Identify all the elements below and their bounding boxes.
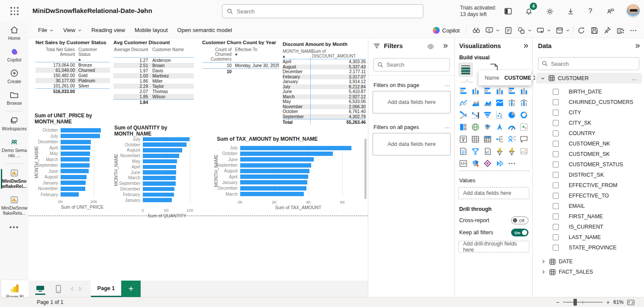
- field-row-birth_date[interactable]: BIRTH_DATE: [536, 87, 642, 97]
- slicer-icon[interactable]: [457, 133, 469, 145]
- more-visuals-icon[interactable]: [506, 158, 517, 169]
- pie-chart-icon[interactable]: [506, 109, 517, 120]
- bar[interactable]: [143, 187, 174, 191]
- field-row-last_name[interactable]: LAST_NAME: [536, 232, 642, 242]
- field-checkbox[interactable]: [553, 234, 559, 240]
- field-row-customer_nk[interactable]: CUSTOMER_NK: [536, 139, 642, 149]
- table-row[interactable]: August5,337.43: [283, 65, 366, 70]
- menu-item-file[interactable]: File: [38, 27, 54, 33]
- field-row-customer_sk[interactable]: CUSTOMER_SK: [536, 149, 642, 159]
- funnel-chart-icon[interactable]: [482, 109, 493, 120]
- key-influencers-icon[interactable]: [506, 133, 517, 145]
- app-launcher-icon[interactable]: [10, 7, 19, 16]
- bar[interactable]: [61, 140, 91, 144]
- field-row-email[interactable]: EMAIL: [536, 201, 642, 211]
- table-icon[interactable]: [470, 133, 481, 145]
- chevron-down-icon[interactable]: [547, 28, 551, 32]
- sidebar-item-workspaces[interactable]: Workspaces: [0, 113, 29, 135]
- field-row-is_current[interactable]: IS_CURRENT: [536, 222, 642, 232]
- bar[interactable]: [240, 169, 309, 173]
- shapes-icon[interactable]: [515, 24, 528, 36]
- column-header[interactable]: Sum of DISCOUNT_AMOUNT: [309, 49, 366, 58]
- table-row[interactable]: December2,177.11: [283, 69, 366, 74]
- field-row-district_sk[interactable]: DISTRICT_SK: [536, 170, 642, 180]
- field-row-effective_to[interactable]: EFFECTIVE_TO: [536, 191, 642, 201]
- power-automate-visual-icon[interactable]: [506, 145, 517, 157]
- menu-item-reading-view[interactable]: Reading view: [91, 27, 125, 33]
- menu-item-mobile-layout[interactable]: Mobile layout: [135, 27, 168, 33]
- field-checkbox[interactable]: [553, 193, 559, 199]
- table-row[interactable]: 10Monday, June 30, 2025: [202, 63, 279, 68]
- field-row-city_sk[interactable]: CITY_SK: [536, 118, 642, 128]
- table-visual-churn[interactable]: Customer Churn Count by Year Count of Ch…: [202, 40, 279, 74]
- sidebar-item-copilot[interactable]: Copilot: [0, 44, 29, 66]
- table-row[interactable]: 30,177.00Platinum: [35, 78, 110, 83]
- script-visual-icon[interactable]: [457, 158, 469, 169]
- present-icon[interactable]: [483, 24, 496, 36]
- field-checkbox[interactable]: [553, 203, 559, 209]
- more-options-icon[interactable]: [627, 24, 640, 36]
- map-icon[interactable]: [470, 121, 481, 132]
- metrics-icon[interactable]: [470, 145, 481, 157]
- table-row[interactable]: March2,927.12: [283, 94, 366, 100]
- filled-map-icon[interactable]: [482, 121, 493, 132]
- waterfall-chart-icon[interactable]: [470, 109, 481, 120]
- table-row[interactable]: June5,410.87: [283, 89, 366, 94]
- save-icon[interactable]: [588, 24, 601, 36]
- filters-dropzone[interactable]: Add data fields here: [373, 133, 451, 155]
- table-row[interactable]: 61,049.00Churned: [35, 68, 110, 73]
- section-more-options-icon[interactable]: …: [444, 123, 451, 129]
- field-row-city[interactable]: CITY: [536, 107, 642, 118]
- table-row[interactable]: 1.27Anderson: [113, 58, 194, 63]
- chevron-down-icon[interactable]: [541, 76, 545, 81]
- treemap-icon[interactable]: [457, 121, 469, 132]
- zoom-slider-thumb[interactable]: [573, 299, 577, 306]
- paginated-icon[interactable]: [494, 158, 505, 169]
- bar[interactable]: [240, 180, 307, 184]
- table-row[interactable]: July8,212.84: [283, 84, 366, 90]
- bar[interactable]: [143, 137, 190, 142]
- zoom-slider[interactable]: [563, 302, 603, 303]
- collapse-pane-chevron-icon[interactable]: [635, 43, 640, 48]
- power-apps-icon[interactable]: [482, 158, 493, 169]
- table-row[interactable]: January3,914.12: [283, 79, 366, 84]
- report-canvas[interactable]: Net Sales by Customer Status Total Net S…: [29, 38, 368, 281]
- clustered-column-chart-icon[interactable]: [494, 85, 505, 96]
- stacked-area-chart-icon[interactable]: [482, 97, 493, 108]
- table-node-fact_sales[interactable]: FACT_SALES: [536, 267, 642, 277]
- kpi-icon[interactable]: [518, 121, 529, 132]
- ribbon-chart-icon[interactable]: [457, 109, 469, 120]
- table-row[interactable]: May6,533.06: [283, 99, 366, 104]
- azure-map-icon[interactable]: [494, 121, 505, 132]
- filters-search[interactable]: [374, 58, 450, 71]
- bar[interactable]: [143, 176, 176, 180]
- 100-stacked-area-chart-icon[interactable]: [494, 97, 505, 108]
- mobile-view-icon[interactable]: [49, 281, 68, 297]
- table-row[interactable]: November2,066.30: [283, 104, 366, 110]
- arcgis-map-icon[interactable]: [470, 158, 481, 169]
- field-checkbox[interactable]: [553, 141, 559, 147]
- table-row[interactable]: September4,302.79: [283, 114, 366, 120]
- build-visual-tab[interactable]: [458, 62, 473, 77]
- field-checkbox[interactable]: [553, 120, 559, 126]
- menu-item-view[interactable]: View: [63, 27, 82, 33]
- field-row-customer_status[interactable]: CUSTOMER_STATUS: [536, 159, 642, 170]
- table-node-customer[interactable]: CUSTOMER…: [536, 73, 642, 84]
- field-checkbox[interactable]: [553, 130, 559, 136]
- bar[interactable]: [143, 165, 176, 169]
- column-header[interactable]: MONTH_NAME: [283, 49, 309, 58]
- card-icon[interactable]: [457, 145, 469, 157]
- field-checkbox[interactable]: [553, 182, 559, 188]
- buttons-icon[interactable]: [534, 24, 547, 36]
- 100-stacked-bar-chart-icon[interactable]: [506, 85, 517, 96]
- clustered-bar-chart-icon[interactable]: [482, 85, 493, 96]
- bar[interactable]: [240, 186, 306, 191]
- eye-icon[interactable]: [427, 44, 434, 49]
- filters-dropzone[interactable]: Add data fields here: [373, 91, 451, 113]
- bar[interactable]: [61, 163, 90, 168]
- bar[interactable]: [143, 142, 187, 147]
- table-node-date[interactable]: DATE: [536, 256, 642, 267]
- bar[interactable]: [61, 128, 101, 132]
- smart-narrative-icon[interactable]: [518, 133, 529, 145]
- bar[interactable]: [61, 175, 87, 179]
